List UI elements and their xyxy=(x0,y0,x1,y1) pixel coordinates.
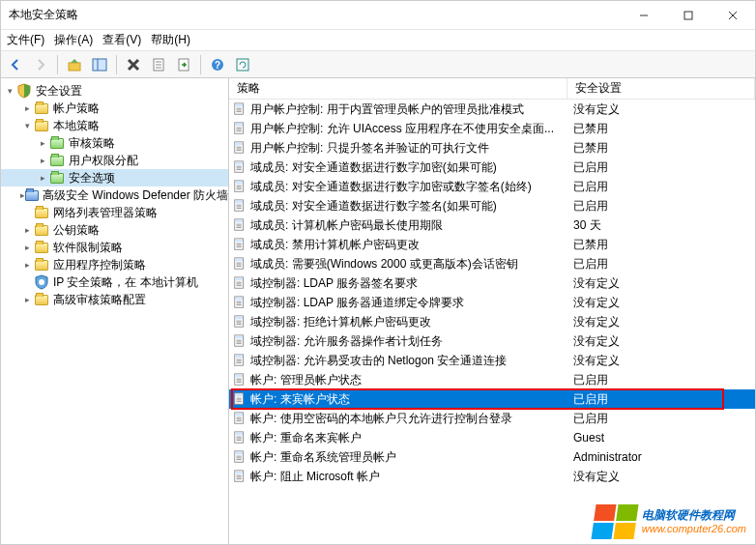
policy-icon xyxy=(233,354,247,367)
menu-view[interactable]: 查看(V) xyxy=(102,32,141,48)
tree-item[interactable]: ▸高级审核策略配置 xyxy=(1,291,228,308)
back-button[interactable] xyxy=(5,54,26,75)
policy-setting: 已启用 xyxy=(567,391,755,408)
properties-button[interactable] xyxy=(148,54,169,75)
maximize-button[interactable] xyxy=(666,1,711,29)
list-row[interactable]: 帐户: 管理员帐户状态已启用 xyxy=(229,370,755,389)
tree-root[interactable]: ▾ 安全设置 xyxy=(1,82,228,100)
svg-text:?: ? xyxy=(215,60,220,71)
up-button[interactable] xyxy=(64,54,85,75)
column-policy[interactable]: 策略 xyxy=(229,78,567,99)
twisty-icon[interactable]: ▸ xyxy=(36,154,49,167)
tree-item-label: 公钥策略 xyxy=(53,222,100,239)
tree-pane[interactable]: ▾ 安全设置 ▸帐户策略▾本地策略▸审核策略▸用户权限分配▸安全选项▸高级安全 … xyxy=(1,78,229,544)
policy-icon xyxy=(233,238,247,251)
column-setting[interactable]: 安全设置 xyxy=(567,78,755,99)
policy-icon xyxy=(233,257,247,271)
tree-item-label: 网络列表管理器策略 xyxy=(53,205,158,221)
tree-item-label: IP 安全策略，在 本地计算机 xyxy=(53,274,198,291)
tree-item[interactable]: ▾本地策略 xyxy=(1,117,228,134)
list-row[interactable]: 帐户: 阻止 Microsoft 帐户没有定义 xyxy=(229,467,755,486)
shield-icon xyxy=(34,274,49,290)
policy-name: 帐户: 使用空密码的本地帐户只允许进行控制台登录 xyxy=(250,411,512,427)
twisty-icon[interactable]: ▸ xyxy=(20,258,34,272)
list-row[interactable]: 帐户: 重命名来宾帐户Guest xyxy=(229,428,755,447)
menu-file[interactable]: 文件(F) xyxy=(7,32,44,48)
list-row[interactable]: 域成员: 对安全通道数据进行数字签名(如果可能)已启用 xyxy=(229,196,755,215)
svg-rect-54 xyxy=(236,240,243,243)
list-row[interactable]: 域控制器: LDAP 服务器通道绑定令牌要求没有定义 xyxy=(229,293,755,312)
list-row[interactable]: 域控制器: 允许易受攻击的 Netlogon 安全通道连接没有定义 xyxy=(229,351,755,370)
list-row[interactable]: 域成员: 需要强(Windows 2000 或更高版本)会话密钥已启用 xyxy=(229,254,755,273)
policy-icon xyxy=(233,334,247,348)
list-row[interactable]: 用户帐户控制: 只提升签名并验证的可执行文件已禁用 xyxy=(229,138,755,158)
policy-icon xyxy=(233,412,247,425)
policy-name: 域成员: 需要强(Windows 2000 或更高版本)会话密钥 xyxy=(250,256,518,272)
tree-item[interactable]: IP 安全策略，在 本地计算机 xyxy=(1,273,228,291)
svg-rect-44 xyxy=(236,201,243,204)
twisty-icon[interactable]: ▸ xyxy=(20,223,34,237)
menu-help[interactable]: 帮助(H) xyxy=(151,32,190,48)
twisty-icon[interactable]: ▸ xyxy=(20,293,34,306)
tree-item-label: 高级安全 Windows Defender 防火墙 xyxy=(43,187,228,204)
svg-rect-94 xyxy=(236,394,243,397)
show-hide-tree-button[interactable] xyxy=(89,54,110,75)
help-button[interactable]: ? xyxy=(207,54,228,75)
menu-action[interactable]: 操作(A) xyxy=(54,32,93,48)
list-row[interactable]: 帐户: 使用空密码的本地帐户只允许进行控制台登录已启用 xyxy=(229,409,755,428)
forward-button[interactable] xyxy=(30,54,51,75)
list-body[interactable]: 用户帐户控制: 用于内置管理员帐户的管理员批准模式没有定义用户帐户控制: 允许 … xyxy=(229,100,755,544)
policy-setting: 没有定义 xyxy=(567,314,755,330)
title-bar: 本地安全策略 xyxy=(1,1,755,30)
folder-icon xyxy=(34,292,49,307)
tree-item[interactable]: ▸软件限制策略 xyxy=(1,239,228,256)
tree-item[interactable]: ▸帐户策略 xyxy=(1,100,228,117)
svg-rect-1 xyxy=(684,12,692,19)
policy-setting: 没有定义 xyxy=(567,353,755,369)
tree-item[interactable]: ▸安全选项 xyxy=(1,169,228,186)
policy-setting: Guest xyxy=(567,431,755,445)
svg-rect-69 xyxy=(236,298,243,301)
policy-name: 帐户: 管理员帐户状态 xyxy=(250,372,362,388)
refresh-button[interactable] xyxy=(232,54,253,75)
list-row[interactable]: 用户帐户控制: 用于内置管理员帐户的管理员批准模式没有定义 xyxy=(229,100,755,119)
list-row[interactable]: 域成员: 对安全通道数据进行数字加密(如果可能)已启用 xyxy=(229,158,755,177)
list-row[interactable]: 域控制器: 允许服务器操作者计划任务没有定义 xyxy=(229,331,755,351)
twisty-icon[interactable]: ▾ xyxy=(3,84,16,98)
window-title: 本地安全策略 xyxy=(9,7,622,23)
folder-icon xyxy=(34,205,49,220)
policy-setting: 已禁用 xyxy=(567,237,755,253)
close-button[interactable] xyxy=(711,1,755,29)
policy-name: 域成员: 对安全通道数据进行数字加密(如果可能) xyxy=(250,159,497,176)
tree-item[interactable]: ▸用户权限分配 xyxy=(1,152,228,169)
list-row[interactable]: 域成员: 禁用计算机帐户密码更改已禁用 xyxy=(229,235,755,254)
tree-item[interactable]: ▸高级安全 Windows Defender 防火墙 xyxy=(1,186,228,204)
twisty-icon[interactable]: ▸ xyxy=(36,171,49,185)
policy-name: 域成员: 对安全通道数据进行数字加密或数字签名(始终) xyxy=(250,179,532,195)
policy-name: 域成员: 对安全通道数据进行数字签名(如果可能) xyxy=(250,198,497,215)
twisty-icon[interactable]: ▾ xyxy=(20,119,34,132)
twisty-icon[interactable]: ▸ xyxy=(20,241,34,254)
list-row[interactable]: 域控制器: 拒绝计算机帐户密码更改没有定义 xyxy=(229,312,755,331)
minimize-button[interactable] xyxy=(622,1,666,29)
list-row[interactable]: 用户帐户控制: 允许 UIAccess 应用程序在不使用安全桌面...已禁用 xyxy=(229,119,755,138)
svg-rect-79 xyxy=(236,336,243,339)
tree-item[interactable]: ▸公钥策略 xyxy=(1,221,228,239)
list-row[interactable]: 域成员: 计算机帐户密码最长使用期限30 天 xyxy=(229,215,755,235)
tree-item[interactable]: ▸应用程序控制策略 xyxy=(1,256,228,273)
policy-setting: 没有定义 xyxy=(567,469,755,485)
export-button[interactable] xyxy=(173,54,194,75)
delete-button[interactable] xyxy=(123,54,144,75)
list-row[interactable]: 帐户: 重命名系统管理员帐户Administrator xyxy=(229,447,755,467)
list-row[interactable]: 域成员: 对安全通道数据进行数字加密或数字签名(始终)已启用 xyxy=(229,177,755,196)
policy-icon xyxy=(233,199,247,213)
policy-icon xyxy=(233,122,247,135)
list-row[interactable]: 域控制器: LDAP 服务器签名要求没有定义 xyxy=(229,273,755,293)
twisty-icon[interactable]: ▸ xyxy=(20,101,34,115)
twisty-icon[interactable]: ▸ xyxy=(36,136,49,150)
svg-rect-49 xyxy=(236,220,243,223)
svg-rect-84 xyxy=(236,356,243,359)
tree-item[interactable]: ▸审核策略 xyxy=(1,134,228,152)
list-row[interactable]: 帐户: 来宾帐户状态已启用 xyxy=(229,389,755,409)
tree-item[interactable]: 网络列表管理器策略 xyxy=(1,204,228,221)
